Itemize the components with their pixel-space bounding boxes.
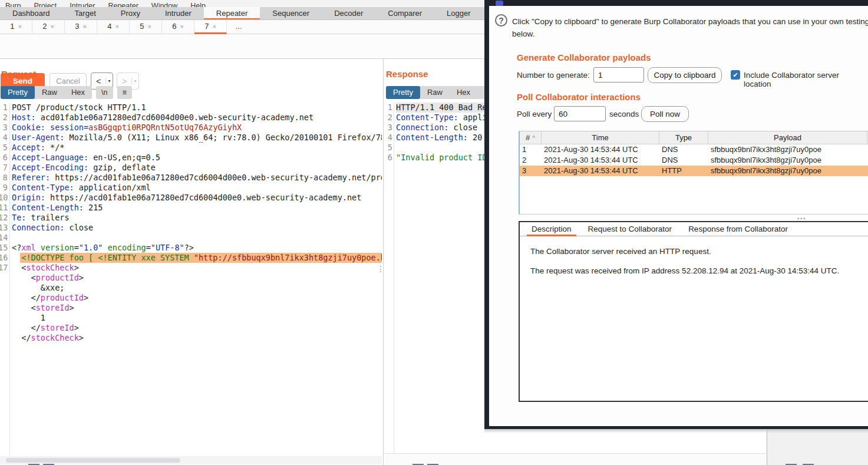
- close-tab-icon[interactable]: ×: [50, 23, 54, 30]
- repeater-tab-1[interactable]: 1×: [0, 20, 32, 34]
- cell-payload: sfbbuqx9bnl7ikx3ht8gzji7uy0poe: [708, 166, 867, 176]
- copy-to-clipboard-button[interactable]: Copy to clipboard: [648, 67, 722, 83]
- request-menu-icon[interactable]: ≡: [117, 86, 132, 99]
- code-segment: application/xml: [74, 183, 151, 192]
- interaction-row[interactable]: 22021-Aug-30 14:53:44 UTCDNSsfbbuqx9bnl7…: [520, 155, 868, 166]
- tab-target[interactable]: Target: [62, 7, 108, 20]
- request-editor[interactable]: POST /product/stock HTTP/1.1Host: acd01f…: [12, 103, 382, 343]
- tab-intruder[interactable]: Intruder: [153, 7, 204, 20]
- code-segment: 215: [84, 203, 103, 212]
- collaborator-app-icon: [496, 1, 503, 6]
- code-segment: en-US,en;q=0.5: [88, 153, 160, 162]
- code-segment: HTTP/1.1 400 Bad Re: [396, 103, 487, 112]
- editor-line: </stockCheck>: [12, 333, 382, 343]
- close-tab-icon[interactable]: ×: [82, 23, 86, 30]
- cell-type: DNS: [659, 155, 708, 166]
- close-tab-icon[interactable]: ×: [18, 23, 21, 30]
- menu-item-window[interactable]: Window: [146, 1, 185, 7]
- poll-every-input[interactable]: [554, 106, 606, 121]
- description-text: The Collaborator server received an HTTP…: [530, 247, 868, 256]
- cell-payload: sfbbuqx9bnl7ikx3ht8gzji7uy0poe: [708, 155, 867, 166]
- poll-now-button[interactable]: Poll now: [641, 106, 689, 122]
- close-tab-icon[interactable]: ×: [115, 23, 118, 30]
- request-hscrollbar-track[interactable]: [0, 456, 382, 464]
- column-header-time[interactable]: Time: [542, 131, 659, 144]
- request-tab-pretty[interactable]: Pretty: [1, 86, 35, 99]
- repeater-tab-2[interactable]: 2×: [32, 20, 65, 34]
- tab-logger[interactable]: Logger: [434, 7, 483, 20]
- line-number: 6: [384, 153, 392, 163]
- code-segment: productId: [36, 273, 79, 282]
- code-segment: </: [12, 323, 41, 332]
- tab-repeater[interactable]: Repeater: [204, 7, 260, 20]
- editor-line: <?xml version="1.0" encoding="UTF-8"?>: [12, 243, 382, 253]
- interaction-row[interactable]: 32021-Aug-30 14:53:44 UTCHTTPsfbbuqx9bnl…: [520, 166, 868, 176]
- editor-line: Content-Length: 215: [12, 203, 382, 213]
- code-segment: Content-Length:: [396, 133, 468, 142]
- repeater-tab-label: 5: [140, 22, 144, 31]
- cell-num: 2: [520, 155, 542, 166]
- forward-dropdown-caret-icon[interactable]: ▾: [131, 78, 138, 84]
- code-segment: Connection:: [396, 123, 448, 132]
- line-number: 4: [0, 133, 8, 143]
- line-number: 2: [384, 113, 392, 123]
- collaborator-titlebar[interactable]: [489, 0, 868, 6]
- editor-line: </storeId>: [12, 323, 382, 333]
- menu-item-project[interactable]: Project: [28, 1, 64, 7]
- close-tab-icon[interactable]: ×: [212, 23, 216, 30]
- editor-line: 1: [12, 313, 382, 323]
- editor-line: Content-Type: application/xml: [12, 183, 382, 193]
- include-server-location-checkbox[interactable]: ✔: [731, 70, 740, 80]
- interactions-table: #^TimeTypePayload 12021-Aug-30 14:53:44 …: [519, 131, 868, 215]
- repeater-tab-6[interactable]: 6×: [162, 20, 194, 34]
- column-header-num[interactable]: #^: [520, 131, 542, 144]
- response-tab-hex[interactable]: Hex: [450, 86, 477, 99]
- close-tab-icon[interactable]: ×: [180, 23, 183, 30]
- repeater-tab-overflow[interactable]: ...: [227, 20, 250, 34]
- request-panel-title: Request: [1, 69, 36, 79]
- interaction-row[interactable]: 12021-Aug-30 14:53:44 UTCDNSsfbbuqx9bnl7…: [520, 144, 868, 155]
- repeater-tab-3[interactable]: 3×: [65, 20, 97, 34]
- repeater-tab-4[interactable]: 4×: [97, 20, 130, 34]
- code-segment: trailers: [26, 213, 69, 222]
- detail-tab-description[interactable]: Description: [527, 222, 576, 236]
- code-segment: <: [12, 303, 36, 312]
- menu-item-help[interactable]: Help: [185, 1, 213, 7]
- line-number: 5: [0, 143, 8, 153]
- detail-tab-response-from-collaborator[interactable]: Response from Collaborator: [684, 222, 793, 236]
- code-segment: Mozilla/5.0 (X11; Linux x86_64; rv:78.0)…: [64, 133, 382, 142]
- line-number: 13: [0, 223, 8, 233]
- request-tab-hex[interactable]: Hex: [64, 86, 92, 99]
- close-tab-icon[interactable]: ×: [147, 23, 151, 30]
- column-header-type[interactable]: Type: [659, 131, 708, 144]
- repeater-tab-5[interactable]: 5×: [130, 20, 162, 34]
- line-number: 4: [384, 133, 392, 143]
- back-dropdown-caret-icon[interactable]: ▾: [105, 78, 113, 84]
- code-segment: gzip, deflate: [88, 163, 156, 172]
- request-linebreak-tab[interactable]: \n: [96, 86, 113, 99]
- tab-comparer[interactable]: Comparer: [375, 7, 434, 20]
- request-tab-raw[interactable]: Raw: [35, 86, 64, 99]
- tab-sequencer[interactable]: Sequencer: [260, 7, 322, 20]
- response-tab-raw[interactable]: Raw: [420, 86, 450, 99]
- interactions-table-header: #^TimeTypePayload: [520, 131, 868, 144]
- column-header-payload[interactable]: Payload: [708, 131, 867, 144]
- request-hscrollbar-thumb[interactable]: [6, 458, 180, 463]
- code-segment: >: [74, 323, 79, 332]
- detail-tab-request-to-collaborator[interactable]: Request to Collaborator: [583, 222, 677, 236]
- code-segment: stockCheck: [26, 263, 74, 272]
- tab-proxy[interactable]: Proxy: [108, 7, 153, 20]
- repeater-tab-7[interactable]: 7×: [194, 20, 227, 34]
- line-number: [0, 303, 8, 313]
- menu-item-intruder[interactable]: Intruder: [64, 1, 103, 7]
- code-segment: <?: [12, 243, 21, 252]
- request-response-splitter[interactable]: [383, 59, 384, 465]
- tab-dashboard[interactable]: Dashboard: [0, 7, 62, 20]
- number-to-generate-input[interactable]: [593, 67, 644, 83]
- menu-item-repeater[interactable]: Repeater: [103, 1, 146, 7]
- menu-item-burp[interactable]: Burp: [0, 1, 28, 7]
- response-tab-pretty[interactable]: Pretty: [386, 86, 420, 99]
- cell-time: 2021-Aug-30 14:53:44 UTC: [542, 155, 659, 166]
- tab-decoder[interactable]: Decoder: [322, 7, 375, 20]
- include-server-location-label: Include Collaborator server location: [744, 71, 868, 88]
